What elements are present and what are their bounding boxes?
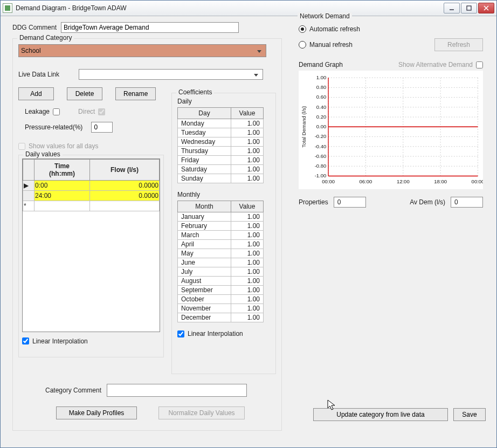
table-row[interactable]: May1.00 xyxy=(178,249,264,258)
table-row[interactable]: September1.00 xyxy=(178,286,264,295)
update-category-button[interactable]: Update category from live data xyxy=(313,408,448,421)
table-row[interactable]: July1.00 xyxy=(178,267,264,277)
pressure-input[interactable] xyxy=(91,122,113,133)
coef-value-cell[interactable]: 1.00 xyxy=(231,147,264,156)
table-row[interactable]: February1.00 xyxy=(178,222,264,231)
daily-flow-cell[interactable]: 0.0000 xyxy=(90,190,160,201)
coef-name-cell[interactable]: November xyxy=(178,304,231,313)
coef-value-cell[interactable]: 1.00 xyxy=(231,295,264,304)
table-row-new[interactable]: * xyxy=(23,201,160,211)
coef-value-cell[interactable]: 1.00 xyxy=(231,212,264,222)
table-row[interactable]: 24:000.0000 xyxy=(23,190,160,201)
daily-time-cell[interactable]: 24:00 xyxy=(34,190,90,201)
table-row[interactable]: Thursday1.00 xyxy=(178,147,264,156)
table-row[interactable]: Friday1.00 xyxy=(178,156,264,165)
coef-name-cell[interactable]: March xyxy=(178,231,231,240)
coef-value-cell[interactable]: 1.00 xyxy=(231,313,264,322)
radio-dot-icon xyxy=(299,41,306,49)
table-row[interactable]: January1.00 xyxy=(178,212,264,222)
category-comment-input[interactable] xyxy=(107,384,247,397)
coef-name-cell[interactable]: Monday xyxy=(178,119,231,128)
table-row[interactable]: November1.00 xyxy=(178,304,264,313)
coef-name-cell[interactable]: September xyxy=(178,286,231,295)
delete-button[interactable]: Delete xyxy=(67,87,102,100)
coef-name-cell[interactable]: Tuesday xyxy=(178,128,231,137)
add-button[interactable]: Add xyxy=(18,87,54,100)
coef-value-cell[interactable]: 1.00 xyxy=(231,267,264,277)
daily-values-time-header: Time (hh:mm) xyxy=(34,159,90,180)
coef-value-cell[interactable]: 1.00 xyxy=(231,304,264,313)
table-row[interactable]: Wednesday1.00 xyxy=(178,137,264,147)
coef-name-cell[interactable]: May xyxy=(178,249,231,258)
coef-daily-table[interactable]: Day Value Monday1.00Tuesday1.00Wednesday… xyxy=(177,107,264,183)
svg-rect-1 xyxy=(467,6,471,10)
table-row[interactable]: March1.00 xyxy=(178,231,264,240)
coef-value-cell[interactable]: 1.00 xyxy=(231,258,264,267)
table-row[interactable]: June1.00 xyxy=(178,258,264,267)
ddg-comment-input[interactable] xyxy=(61,22,239,33)
demand-graph[interactable]: 1.000.800.600.400.200.00-0.20-0.40-0.60-… xyxy=(299,71,483,189)
table-row[interactable]: October1.00 xyxy=(178,295,264,304)
coef-value-cell[interactable]: 1.00 xyxy=(231,156,264,165)
coef-name-cell[interactable]: Saturday xyxy=(178,165,231,174)
coef-name-cell[interactable]: October xyxy=(178,295,231,304)
manual-refresh-radio[interactable]: Manual refresh xyxy=(299,41,353,49)
row-indicator-icon xyxy=(23,190,34,201)
table-row[interactable]: Monday1.00 xyxy=(178,119,264,128)
coef-value-cell[interactable]: 1.00 xyxy=(231,165,264,174)
coef-value-cell[interactable]: 1.00 xyxy=(231,231,264,240)
table-row[interactable]: August1.00 xyxy=(178,277,264,286)
coef-name-cell[interactable]: July xyxy=(178,267,231,277)
coef-name-cell[interactable]: February xyxy=(178,222,231,231)
rename-button[interactable]: Rename xyxy=(115,87,156,100)
make-daily-profiles-button[interactable]: Make Daily Profiles xyxy=(56,406,137,419)
coef-value-cell[interactable]: 1.00 xyxy=(231,249,264,258)
close-button[interactable] xyxy=(478,3,494,13)
coef-value-cell[interactable]: 1.00 xyxy=(231,240,264,249)
titlebar[interactable]: Demand Diagram - BridgeTown ADAW xyxy=(1,1,496,16)
table-row[interactable]: Sunday1.00 xyxy=(178,174,264,183)
table-row[interactable]: December1.00 xyxy=(178,313,264,322)
properties-value[interactable]: 0 xyxy=(334,197,366,208)
daily-values-table[interactable]: Time (hh:mm) Flow (l/s) ▶0:000.000024:00… xyxy=(23,159,160,211)
coef-name-cell[interactable]: January xyxy=(178,212,231,222)
coef-name-cell[interactable]: Friday xyxy=(178,156,231,165)
daily-values-legend: Daily values xyxy=(23,150,63,158)
live-data-link-combo[interactable] xyxy=(79,69,263,80)
show-alt-demand-checkbox[interactable]: Show Alternative Demand xyxy=(398,61,483,68)
coef-name-cell[interactable]: Sunday xyxy=(178,174,231,183)
table-row[interactable]: Saturday1.00 xyxy=(178,165,264,174)
coef-name-cell[interactable]: August xyxy=(178,277,231,286)
avdem-value[interactable]: 0 xyxy=(451,197,483,208)
coef-value-cell[interactable]: 1.00 xyxy=(231,137,264,147)
leakage-checkbox[interactable]: Leakage xyxy=(25,108,60,115)
coef-name-cell[interactable]: December xyxy=(178,313,231,322)
table-row[interactable]: April1.00 xyxy=(178,240,264,249)
daily-flow-cell[interactable]: 0.0000 xyxy=(90,180,160,190)
coef-name-cell[interactable]: Wednesday xyxy=(178,137,231,147)
svg-text:00:00: 00:00 xyxy=(472,178,483,184)
maximize-button[interactable] xyxy=(461,3,477,13)
network-demand-legend: Network Demand xyxy=(298,12,352,20)
coef-value-cell[interactable]: 1.00 xyxy=(231,222,264,231)
daily-linear-interp-checkbox[interactable]: Linear Interpolation xyxy=(22,337,88,345)
coefficients-group: Coefficients Daily Day Value Monday1.00T… xyxy=(171,93,276,374)
coef-value-cell[interactable]: 1.00 xyxy=(231,128,264,137)
coef-name-cell[interactable]: April xyxy=(178,240,231,249)
coef-name-cell[interactable]: Thursday xyxy=(178,147,231,156)
coef-value-cell[interactable]: 1.00 xyxy=(231,277,264,286)
svg-text:06:00: 06:00 xyxy=(360,178,372,184)
table-row[interactable]: Tuesday1.00 xyxy=(178,128,264,137)
table-row[interactable]: ▶0:000.0000 xyxy=(23,180,160,190)
minimize-button[interactable] xyxy=(444,3,460,13)
daily-time-cell[interactable]: 0:00 xyxy=(34,180,90,190)
save-button[interactable]: Save xyxy=(453,408,486,421)
auto-refresh-radio[interactable]: Automatic refresh xyxy=(299,25,360,33)
coef-value-cell[interactable]: 1.00 xyxy=(231,119,264,128)
coef-name-cell[interactable]: June xyxy=(178,258,231,267)
coef-value-cell[interactable]: 1.00 xyxy=(231,174,264,183)
coef-monthly-table[interactable]: Month Value January1.00February1.00March… xyxy=(177,201,264,322)
coef-value-cell[interactable]: 1.00 xyxy=(231,286,264,295)
coef-linear-interp-checkbox[interactable]: Linear Interpolation xyxy=(177,330,243,337)
category-combo[interactable]: School xyxy=(18,44,266,57)
